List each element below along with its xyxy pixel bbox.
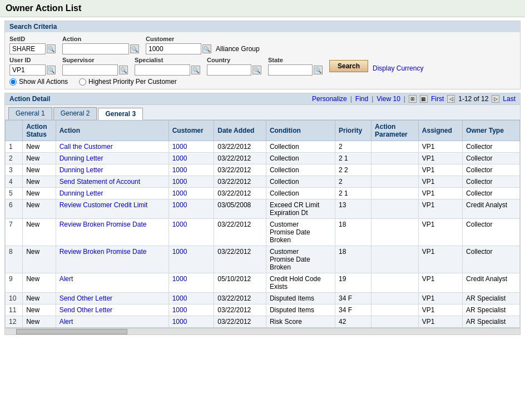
cell-action: Review Broken Promise Date <box>56 246 169 273</box>
next-page-icon[interactable]: ▷ <box>492 95 499 103</box>
customer-link[interactable]: 1000 <box>172 201 187 209</box>
table-row: 5 New Dunning Letter 1000 03/22/2012 Col… <box>6 188 520 199</box>
action-input-group: 🔍 <box>62 43 139 54</box>
userid-lookup-icon[interactable]: 🔍 <box>47 66 56 74</box>
cell-action: Dunning Letter <box>56 164 169 176</box>
customer-link[interactable]: 1000 <box>172 189 187 197</box>
action-lookup-icon[interactable]: 🔍 <box>130 44 139 53</box>
tab-general1[interactable]: General 1 <box>8 107 52 119</box>
userid-input-group: 🔍 <box>9 64 56 76</box>
scrollbar-thumb[interactable] <box>16 329 127 334</box>
grid-view-icon[interactable]: ⊞ <box>409 95 417 103</box>
customer-link[interactable]: 1000 <box>172 178 187 186</box>
table-container: ActionStatus Action Customer Date Added … <box>5 120 520 328</box>
cell-owner-type: Collector <box>463 246 520 273</box>
table-row: 4 New Send Statement of Account 1000 03/… <box>6 176 520 188</box>
action-link[interactable]: Review Broken Promise Date <box>60 248 147 256</box>
cell-owner-type: Collector <box>463 188 520 199</box>
customer-link[interactable]: 1000 <box>172 166 187 174</box>
action-link[interactable]: Alert <box>60 318 73 326</box>
customer-link[interactable]: 1000 <box>172 318 187 326</box>
specialist-label: Specialist <box>135 57 200 63</box>
cell-priority: 13 <box>335 199 372 219</box>
customer-lookup-icon[interactable]: 🔍 <box>202 44 211 53</box>
horizontal-scrollbar[interactable] <box>5 328 520 334</box>
customer-link[interactable]: 1000 <box>172 154 187 162</box>
customer-input[interactable] <box>146 43 201 54</box>
action-link[interactable]: Alert <box>60 275 73 283</box>
cell-num: 5 <box>6 188 23 199</box>
action-link[interactable]: Send Statement of Account <box>60 178 140 186</box>
country-input[interactable] <box>207 64 251 76</box>
state-input[interactable] <box>268 64 313 76</box>
cell-customer: 1000 <box>169 176 214 188</box>
cell-num: 6 <box>6 199 23 219</box>
specialist-input[interactable] <box>135 64 190 76</box>
action-link[interactable]: Send Other Letter <box>60 294 112 302</box>
prev-page-icon[interactable]: ◁ <box>447 95 455 103</box>
radio-highest-label: Highest Priority Per Customer <box>88 78 177 86</box>
action-link[interactable]: Review Customer Credit Limit <box>60 201 148 209</box>
display-currency-link[interactable]: Display Currency <box>373 64 423 72</box>
state-lookup-icon[interactable]: 🔍 <box>314 66 323 74</box>
customer-link[interactable]: 1000 <box>172 221 187 228</box>
tab-general2[interactable]: General 2 <box>53 107 97 119</box>
cell-customer: 1000 <box>169 188 214 199</box>
customer-link[interactable]: 1000 <box>172 248 187 256</box>
last-link[interactable]: Last <box>503 95 516 103</box>
action-detail-header: Action Detail Personalize | Find | View … <box>5 93 520 105</box>
page-title: Owner Action List <box>0 0 525 17</box>
cell-assigned: VP1 <box>418 246 462 273</box>
customer-input-group: 🔍 Alliance Group <box>146 43 260 54</box>
table-row: 1 New Call the Customer 1000 03/22/2012 … <box>6 141 520 153</box>
action-link[interactable]: Dunning Letter <box>60 154 103 162</box>
cell-action: Send Other Letter <box>56 304 169 316</box>
customer-link[interactable]: 1000 <box>172 294 187 302</box>
find-link[interactable]: Find <box>355 95 368 103</box>
supervisor-lookup-icon[interactable]: 🔍 <box>119 66 128 74</box>
search-criteria-section: Search Criteria SetID 🔍 Action 🔍 Custome… <box>4 21 521 89</box>
pagination-text: 1-12 of 12 <box>458 95 488 103</box>
spreadsheet-icon[interactable]: ▦ <box>420 95 428 103</box>
customer-link[interactable]: 1000 <box>172 306 187 314</box>
tab-general3[interactable]: General 3 <box>98 108 143 120</box>
action-link[interactable]: Review Broken Promise Date <box>60 221 147 228</box>
cell-action: Dunning Letter <box>56 188 169 199</box>
supervisor-input[interactable] <box>62 64 118 76</box>
cell-num: 2 <box>6 153 23 164</box>
customer-link[interactable]: 1000 <box>172 275 187 283</box>
col-header-condition: Condition <box>266 121 335 141</box>
action-link[interactable]: Call the Customer <box>60 143 113 151</box>
customer-name: Alliance Group <box>216 45 260 53</box>
radio-highest-priority[interactable]: Highest Priority Per Customer <box>79 78 177 86</box>
first-link[interactable]: First <box>431 95 444 103</box>
table-row: 10 New Send Other Letter 1000 03/22/2012… <box>6 293 520 304</box>
customer-link[interactable]: 1000 <box>172 143 187 151</box>
col-header-num <box>6 121 23 141</box>
specialist-field: Specialist 🔍 <box>135 57 200 76</box>
search-button[interactable]: Search <box>329 60 368 72</box>
specialist-lookup-icon[interactable]: 🔍 <box>191 66 200 74</box>
action-link[interactable]: Send Other Letter <box>60 306 112 314</box>
personalize-link[interactable]: Personalize <box>312 95 347 103</box>
radio-show-all-input[interactable] <box>9 78 17 86</box>
action-link[interactable]: Dunning Letter <box>60 166 103 174</box>
cell-priority: 34 F <box>335 293 372 304</box>
action-detail-section: Action Detail Personalize | Find | View … <box>4 93 521 335</box>
setid-lookup-icon[interactable]: 🔍 <box>47 44 56 53</box>
cell-action-parameter <box>372 153 419 164</box>
action-input[interactable] <box>62 43 129 54</box>
view10-link[interactable]: View 10 <box>377 95 400 103</box>
radio-highest-input[interactable] <box>79 78 86 86</box>
setid-input[interactable] <box>9 43 46 54</box>
action-link[interactable]: Dunning Letter <box>60 189 103 197</box>
cell-priority: 19 <box>335 273 372 293</box>
userid-input[interactable] <box>9 64 46 76</box>
cell-assigned: VP1 <box>418 153 462 164</box>
radio-show-all[interactable]: Show All Actions <box>9 78 68 86</box>
cell-priority: 42 <box>335 316 372 328</box>
cell-priority: 2 <box>335 176 372 188</box>
cell-action-parameter <box>372 141 419 153</box>
country-lookup-icon[interactable]: 🔍 <box>252 66 261 74</box>
specialist-input-group: 🔍 <box>135 64 200 76</box>
